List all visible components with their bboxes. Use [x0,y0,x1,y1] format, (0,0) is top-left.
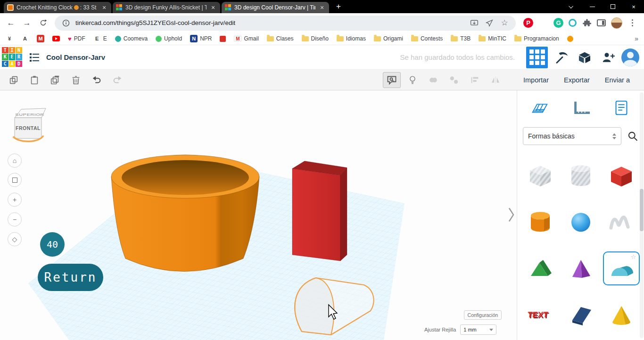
account-avatar[interactable] [621,49,639,66]
export-button[interactable]: Exportar [558,73,595,88]
mirror-button[interactable] [487,72,504,88]
bookmark-item[interactable]: T3B [451,35,471,42]
dashboard-grid-button[interactable] [526,47,548,68]
invite-person-icon[interactable] [598,47,619,68]
bookmark-item[interactable]: MinTIC [479,35,506,42]
shape-tile-box-hole[interactable] [522,159,559,193]
shape-tile-cylinder[interactable] [522,205,559,239]
browser-tab[interactable]: 3D design Cool Densor-Jarv | Tin× [222,2,329,13]
bookmark-item[interactable]: Diseño [302,35,329,42]
import-button[interactable]: Importar [518,73,554,88]
tab-search-chevron-icon[interactable] [561,0,582,13]
workplane-tab[interactable] [528,97,551,119]
copy-button[interactable] [5,72,23,88]
brick-block-icon[interactable] [574,47,595,68]
bookmark-item[interactable]: Idiomas [337,35,366,42]
bookmark-item[interactable]: ♥PDF [68,35,85,42]
grid-extension-icon[interactable] [538,18,548,28]
new-tab-button[interactable]: + [330,2,347,13]
shape-tile-text[interactable]: TEXTTEXT [522,298,559,332]
orange-cylinder-shape[interactable] [111,155,259,272]
ring-extension-icon[interactable] [569,19,577,27]
browser-menu-icon[interactable] [627,18,637,28]
shape-tile-sphere[interactable] [562,205,599,239]
group-button[interactable] [424,72,442,88]
bookmark-item[interactable] [52,36,60,41]
paste-button[interactable] [25,72,43,88]
minimize-button[interactable] [582,0,603,13]
fit-view-button[interactable] [8,173,22,187]
delete-button[interactable] [67,72,85,88]
shape-tile-box[interactable] [603,159,640,193]
bookmark-item[interactable]: M [37,35,44,42]
zoom-out-button[interactable]: − [8,212,22,227]
redo-button[interactable] [108,72,126,88]
tab-close-icon[interactable]: × [318,4,326,11]
bookmark-item[interactable] [567,36,573,42]
ruler-tab[interactable] [570,97,592,119]
shape-tile-cone[interactable] [603,298,640,332]
back-button[interactable]: ← [4,16,18,30]
grammarly-extension-icon[interactable]: G [553,18,563,28]
install-app-icon[interactable] [469,17,480,29]
3d-viewport[interactable]: SUPERIOR FRONTAL ⌂ + − ◇ 40 Return Confi… [0,90,517,340]
design-title[interactable]: Cool Densor-Jarv [46,53,105,61]
tab-close-icon[interactable]: × [100,4,108,11]
search-shapes-button[interactable] [627,130,638,142]
view-cube[interactable]: SUPERIOR FRONTAL [13,108,46,141]
pinterest-extension-icon[interactable]: P [523,18,533,28]
return-button[interactable]: Return [38,264,103,291]
panel-scrollbar[interactable] [640,92,644,338]
undo-button[interactable] [88,72,106,88]
bookmark-item[interactable]: EE [93,35,107,42]
url-text[interactable]: tinkercad.com/things/g5SJ1ZYEGsl-cool-de… [75,19,235,26]
bookmark-item[interactable]: A [21,35,29,42]
bookmark-item[interactable] [220,36,226,42]
bookmark-item[interactable]: Uphold [156,35,182,42]
shape-tile-roof[interactable] [522,251,559,285]
puzzle-extensions-icon[interactable] [582,18,592,28]
send-to-button[interactable]: Enviar a [599,73,636,88]
scrollbar-thumb[interactable] [640,189,644,231]
close-button[interactable]: × [623,0,644,13]
tinkercad-logo[interactable]: TINKERCAD [2,47,23,68]
notes-tool-button[interactable] [383,72,401,88]
site-info-icon[interactable] [60,17,72,29]
align-button[interactable] [466,72,484,88]
forward-button[interactable]: → [20,16,34,30]
browser-tab[interactable]: Crochet Knitting Clock: 33 St× [4,2,111,13]
shape-tile-cylinder-hole[interactable] [562,159,599,193]
maximize-button[interactable] [603,0,623,13]
reload-button[interactable] [36,16,50,30]
favorite-star-icon[interactable]: ☆ [631,253,636,260]
configuration-button[interactable]: Configuración [464,310,502,320]
browser-tab[interactable]: 3D design Funky Allis-Snicket | T× [113,2,220,13]
shape-tile-pyramid[interactable] [562,251,599,285]
tab-close-icon[interactable]: × [209,4,217,11]
address-bar[interactable]: tinkercad.com/things/g5SJ1ZYEGsl-cool-de… [55,16,516,31]
bookmark-item[interactable]: ¥ [6,35,13,42]
design-menu-icon[interactable] [27,50,41,65]
home-view-button[interactable]: ⌂ [8,154,22,168]
shape-tile-half-cylinder[interactable]: ☆ [603,251,640,285]
shape-tile-wedge[interactable] [562,298,599,332]
bookmarks-overflow-icon[interactable]: » [635,35,638,42]
perspective-toggle-button[interactable]: ◇ [8,232,22,246]
red-box-shape[interactable] [292,161,347,261]
bookmark-item[interactable]: Origami [374,35,403,42]
ungroup-button[interactable] [445,72,463,88]
bookmark-item[interactable]: Clases [267,35,294,42]
bookmark-star-icon[interactable]: ☆ [499,17,510,29]
notes-tab[interactable] [610,97,633,119]
profile-avatar[interactable] [611,17,622,29]
bookmark-item[interactable]: Programacion [514,35,559,42]
shape-tile-scribble[interactable] [603,205,640,239]
panel-collapse-handle[interactable] [508,207,515,222]
bookmark-item[interactable]: MGmail [234,35,258,42]
bookmark-item[interactable]: NNPR [190,35,212,42]
side-panel-icon[interactable] [597,19,606,26]
minecraft-pickaxe-icon[interactable] [551,47,571,68]
bookmark-item[interactable]: Contests [411,35,443,42]
shape-category-select[interactable]: Formas básicas [523,127,621,145]
bookmark-item[interactable]: Coomeva [115,35,148,42]
